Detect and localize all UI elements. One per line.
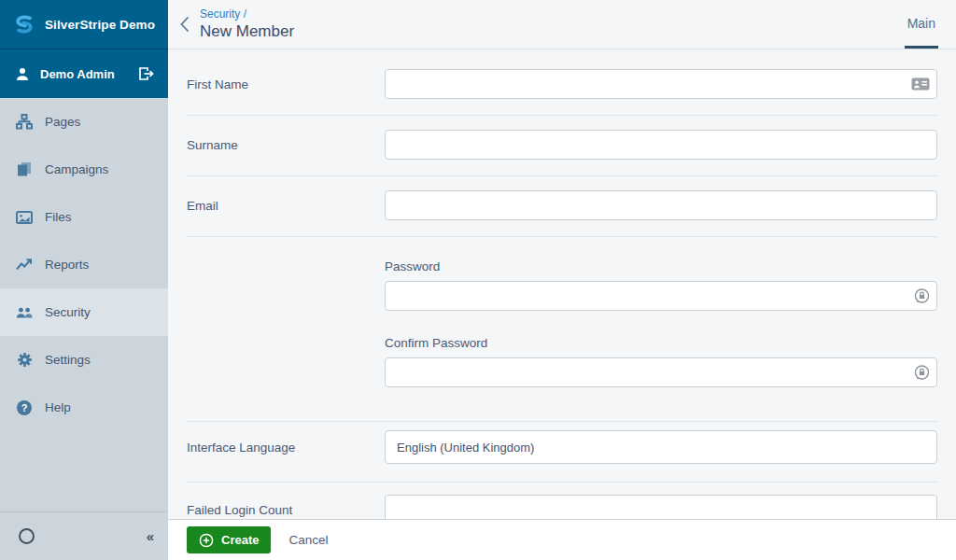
profile-row[interactable]: Demo Admin bbox=[0, 49, 168, 98]
interface-language-label: Interface Language bbox=[187, 441, 385, 455]
user-name: Demo Admin bbox=[40, 67, 127, 81]
sidebar-item-help[interactable]: ? Help bbox=[0, 384, 168, 431]
autofill-contact-icon[interactable] bbox=[911, 77, 930, 91]
create-button[interactable]: Create bbox=[187, 526, 271, 553]
brand-title: SilverStripe Demo bbox=[45, 18, 155, 32]
field-row-first-name: First Name bbox=[187, 55, 937, 116]
field-confirm-password: Confirm Password bbox=[385, 336, 937, 387]
sidebar-item-security[interactable]: Security bbox=[0, 288, 168, 336]
sidebar-item-label: Pages bbox=[45, 115, 80, 129]
interface-language-select[interactable] bbox=[385, 430, 937, 464]
image-icon bbox=[16, 209, 33, 225]
chart-line-icon bbox=[16, 257, 33, 273]
cancel-link[interactable]: Cancel bbox=[288, 533, 328, 547]
field-row-surname: Surname bbox=[187, 116, 937, 176]
logout-icon[interactable] bbox=[138, 66, 154, 81]
stack-icon bbox=[16, 161, 33, 177]
failed-login-count-label: Failed Login Count bbox=[187, 503, 385, 517]
silverstripe-logo-icon bbox=[12, 14, 36, 35]
failed-login-count-field[interactable] bbox=[385, 495, 937, 519]
first-name-field[interactable] bbox=[385, 69, 937, 99]
gear-icon bbox=[16, 352, 33, 368]
email-field[interactable] bbox=[385, 190, 937, 220]
field-row-interface-language: Interface Language bbox=[187, 422, 937, 483]
surname-field[interactable] bbox=[385, 130, 937, 160]
sidebar-item-reports[interactable]: Reports bbox=[0, 241, 168, 288]
tab-bar: Main bbox=[905, 0, 938, 49]
member-form: First Name Surname bbox=[168, 49, 956, 519]
create-button-label: Create bbox=[221, 533, 259, 547]
sidebar: SilverStripe Demo Demo Admin bbox=[0, 0, 168, 560]
field-password: Password bbox=[385, 259, 937, 311]
plus-circle-icon bbox=[199, 533, 214, 548]
sidebar-item-settings[interactable]: Settings bbox=[0, 336, 168, 384]
sidebar-item-label: Settings bbox=[45, 353, 91, 367]
sidebar-item-label: Files bbox=[45, 210, 72, 224]
people-icon bbox=[16, 304, 33, 320]
email-label: Email bbox=[187, 199, 385, 213]
back-button[interactable] bbox=[168, 16, 200, 33]
tab-main[interactable]: Main bbox=[905, 0, 938, 49]
password-group: Password bbox=[187, 237, 937, 422]
sidebar-item-label: Security bbox=[45, 305, 91, 319]
field-row-failed-login-count: Failed Login Count bbox=[187, 483, 937, 519]
action-toolbar: Create Cancel bbox=[168, 519, 956, 560]
sidebar-item-label: Help bbox=[45, 400, 71, 414]
password-label: Password bbox=[385, 259, 937, 273]
sidebar-item-pages[interactable]: Pages bbox=[0, 98, 168, 146]
sidebar-item-files[interactable]: Files bbox=[0, 193, 168, 241]
field-row-email: Email bbox=[187, 176, 937, 237]
silverstripe-admin-window: SilverStripe Demo Demo Admin bbox=[0, 0, 956, 560]
main-content: Security / New Member Main First Name bbox=[168, 0, 956, 560]
sitemap-icon bbox=[16, 114, 33, 130]
breadcrumb-parent-link[interactable]: Security / bbox=[200, 7, 294, 21]
first-name-label: First Name bbox=[187, 77, 385, 91]
confirm-password-label: Confirm Password bbox=[385, 336, 937, 350]
breadcrumb: Security / New Member bbox=[200, 7, 294, 41]
password-field[interactable] bbox=[385, 281, 937, 311]
sidebar-item-label: Reports bbox=[45, 258, 89, 272]
surname-label: Surname bbox=[187, 138, 385, 152]
main-navigation: Pages Campaigns bbox=[0, 98, 168, 511]
page-title: New Member bbox=[200, 21, 294, 41]
collapse-sidebar-button[interactable]: « bbox=[147, 528, 154, 544]
user-icon bbox=[16, 67, 29, 81]
sidebar-item-label: Campaigns bbox=[45, 162, 108, 176]
password-autofill-lock-icon[interactable] bbox=[914, 365, 930, 381]
confirm-password-field[interactable] bbox=[385, 357, 937, 387]
sync-status-icon[interactable] bbox=[19, 528, 35, 544]
password-autofill-lock-icon[interactable] bbox=[914, 288, 930, 304]
sidebar-item-campaigns[interactable]: Campaigns bbox=[0, 146, 168, 193]
content-header: Security / New Member Main bbox=[168, 0, 956, 49]
help-icon: ? bbox=[16, 399, 33, 415]
sidebar-footer: « bbox=[0, 511, 168, 560]
brand-header[interactable]: SilverStripe Demo bbox=[0, 0, 168, 49]
